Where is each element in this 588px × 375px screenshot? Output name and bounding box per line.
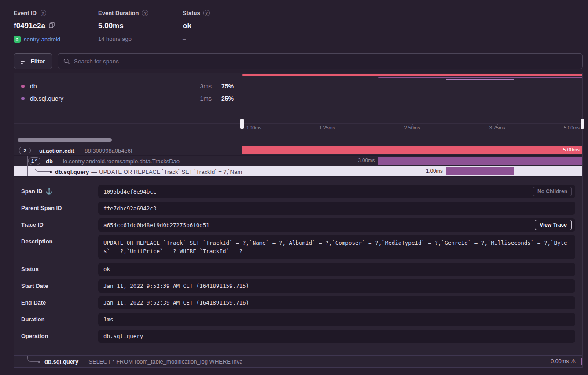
span-id-value: 1095bd4ef8e94bcc No Children <box>98 185 575 198</box>
status-label: Status <box>183 10 200 16</box>
tree-connector-elbow <box>27 356 39 362</box>
copy-icon[interactable] <box>49 22 55 30</box>
minimap-span-line <box>378 77 582 78</box>
span-duration-bar <box>581 358 582 365</box>
minimap-span-line <box>242 74 582 76</box>
span-desc: SELECT * FROM room_table_modification_lo… <box>88 358 242 365</box>
span-row-db-sql-query-select[interactable]: db.sql.query—SELECT * FROM room_table_mo… <box>14 355 582 368</box>
operations-breakdown: db 3ms 75% db.sql.query 1ms 25% <box>14 73 242 123</box>
legend-item-db[interactable]: db 3ms 75% <box>14 80 242 92</box>
anchor-icon[interactable]: ⚓ <box>45 188 52 195</box>
span-status-value: ok <box>98 263 575 276</box>
event-duration-label: Event Duration <box>98 10 139 16</box>
span-duration-label: 1.00ms <box>426 168 446 173</box>
detail-row-end-date: End Date Jan 11, 2022 9:52:39 AM CET (16… <box>21 296 575 309</box>
chevron-up-icon: ^ <box>35 159 37 163</box>
detail-row-span-id: Span ID ⚓ 1095bd4ef8e94bcc No Children <box>21 185 575 198</box>
span-desc: 88f300998a0b4e6f <box>85 147 132 154</box>
start-date-value: Jan 11, 2022 9:52:39 AM CET (1641891159.… <box>98 279 575 293</box>
view-trace-button[interactable]: View Trace <box>535 220 572 230</box>
span-duration-bar[interactable]: 5.00ms <box>242 146 582 154</box>
axis-tick-label: 2.50ms <box>404 125 420 130</box>
trace-minimap[interactable] <box>242 73 582 123</box>
status-column: Status ? ok – <box>183 10 267 43</box>
detail-row-duration: Duration 1ms <box>21 313 575 326</box>
no-children-badge: No Children <box>533 187 572 196</box>
parent-span-id-value: ffe7dbc92a6942c3 <box>98 202 575 215</box>
android-project-icon <box>14 36 21 43</box>
span-op: ui.action.edit <box>39 147 74 154</box>
span-row-db-sql-query-selected[interactable]: db.sql.query—UPDATE OR REPLACE `Track` S… <box>14 166 582 177</box>
minimap-left-handle[interactable] <box>240 119 244 129</box>
help-icon[interactable]: ? <box>40 10 46 16</box>
tree-connector-line <box>27 166 28 176</box>
span-duration-label: 5.00ms <box>563 147 580 152</box>
span-row-db[interactable]: 1^ db—io.sentry.android.roomsample.data.… <box>14 156 582 166</box>
legend-item-db-sql-query[interactable]: db.sql.query 1ms 25% <box>14 92 242 105</box>
minimap-span-line <box>446 79 514 80</box>
span-op: db <box>46 158 53 165</box>
span-children-pill[interactable]: 1^ <box>28 157 40 165</box>
search-input[interactable] <box>74 58 577 65</box>
detail-row-description: Description UPDATE OR REPLACE `Track` SE… <box>21 235 575 259</box>
detail-row-status: Status ok <box>21 263 575 276</box>
event-age: 14 hours ago <box>98 36 132 42</box>
span-search[interactable] <box>58 53 583 69</box>
event-id-label: Event ID <box>14 10 37 16</box>
status-sub: – <box>183 36 186 42</box>
axis-tick-label: 5.00ms <box>564 125 580 130</box>
detail-row-trace-id: Trace ID a654cc61dc0b48ef9d0b27275b6f0d5… <box>21 218 575 232</box>
detail-row-operation: Operation db.sql.query <box>21 330 575 343</box>
op-color-dot <box>21 97 25 100</box>
status-value: ok <box>183 22 191 30</box>
search-icon <box>63 58 70 65</box>
filter-button-label: Filter <box>30 58 45 65</box>
spans-panel: db 3ms 75% db.sql.query 1ms 25% 0.00ms1.… <box>14 73 583 368</box>
axis-tick-label: 1.25ms <box>319 125 335 130</box>
description-value: UPDATE OR REPLACE `Track` SET `TrackId` … <box>98 235 575 259</box>
minimap-right-handle[interactable] <box>581 119 584 129</box>
time-axis: 0.00ms1.25ms2.50ms3.75ms5.00ms <box>242 124 582 135</box>
end-date-value: Jan 11, 2022 9:52:39 AM CET (1641891159.… <box>98 296 575 309</box>
spans-toolbar: Filter <box>14 53 583 69</box>
tree-connector-elbow <box>35 166 51 172</box>
event-duration-value: 5.00ms <box>98 22 124 30</box>
event-header: Event ID ? f0491c2a sentry-android Event… <box>14 10 267 43</box>
axis-tick-label: 3.75ms <box>489 125 505 130</box>
span-duration-bar[interactable] <box>446 167 514 175</box>
span-row-ui-action-edit[interactable]: 2 ui.action.edit—88f300998a0b4e6f 5.00ms <box>14 145 582 156</box>
op-color-dot <box>21 85 25 88</box>
filter-icon <box>21 59 26 64</box>
span-desc: UPDATE OR REPLACE `Track` SET `TrackId` … <box>99 169 242 175</box>
event-id-column: Event ID ? f0491c2a sentry-android <box>14 10 98 43</box>
span-desc: io.sentry.android.roomsample.data.Tracks… <box>63 158 180 165</box>
span-children-pill[interactable]: 2 <box>19 147 31 154</box>
event-duration-column: Event Duration ? 5.00ms 14 hours ago <box>98 10 183 43</box>
span-detail-panel: Span ID ⚓ 1095bd4ef8e94bcc No Children P… <box>14 177 582 346</box>
trace-id-value: a654cc61dc0b48ef9d0b27275b6f0d51 View Tr… <box>98 218 575 232</box>
detail-row-parent-span-id: Parent Span ID ffe7dbc92a6942c3 <box>21 202 575 215</box>
span-duration-value: 1ms <box>98 313 575 326</box>
span-duration-label: 0.00ms <box>551 358 569 364</box>
span-op: db.sql.query <box>55 169 89 175</box>
span-marker-dot <box>50 171 52 173</box>
warning-icon: ⚠ <box>571 358 576 364</box>
event-id-value: f0491c2a <box>14 22 45 30</box>
span-op: db.sql.query <box>44 358 78 365</box>
filter-button[interactable]: Filter <box>14 53 52 69</box>
detail-row-start-date: Start Date Jan 11, 2022 9:52:39 AM CET (… <box>21 279 575 293</box>
project-link[interactable]: sentry-android <box>24 36 60 43</box>
axis-tick-label: 0.00ms <box>246 125 261 130</box>
span-marker-dot <box>38 361 40 363</box>
help-icon[interactable]: ? <box>203 10 210 16</box>
operation-value: db.sql.query <box>98 330 575 343</box>
span-duration-bar[interactable] <box>378 157 582 165</box>
help-icon[interactable]: ? <box>142 10 148 16</box>
horizontal-scrollbar[interactable] <box>18 138 112 142</box>
span-duration-label: 3.00ms <box>358 158 378 163</box>
